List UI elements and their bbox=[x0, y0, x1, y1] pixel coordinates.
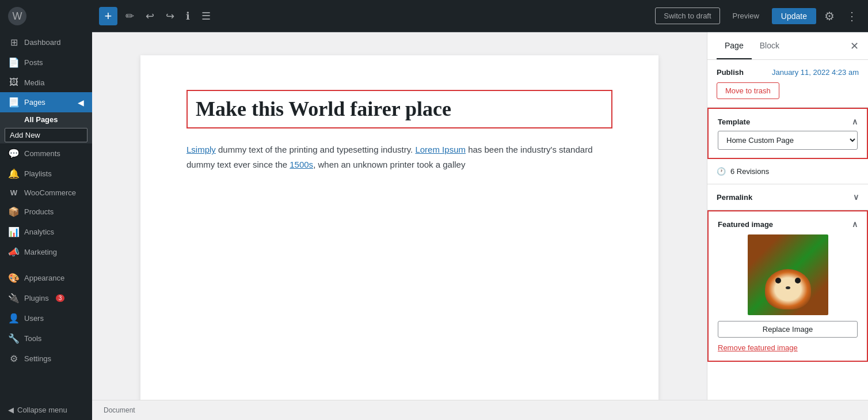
sidebar-item-label: Media bbox=[24, 78, 44, 87]
dashboard-icon: ⊞ bbox=[8, 37, 20, 48]
panda-nose bbox=[786, 286, 790, 289]
sidebar-item-woocommerce[interactable]: W WooCommerce bbox=[0, 184, 92, 202]
sidebar-item-label: Marketing bbox=[24, 248, 57, 256]
sidebar-item-settings[interactable]: ⚙ Settings bbox=[0, 349, 92, 369]
submenu-all-pages[interactable]: All Pages bbox=[0, 112, 92, 127]
media-icon: 🖼 bbox=[8, 77, 20, 88]
tab-block[interactable]: Block bbox=[752, 32, 787, 59]
document-text: Document bbox=[104, 406, 135, 414]
right-panel: Page Block ✕ Publish January 11, 2022 4:… bbox=[707, 32, 868, 400]
publish-section: Publish January 11, 2022 4:23 am Move to… bbox=[707, 60, 868, 108]
undo-button[interactable]: ↩ bbox=[142, 6, 158, 26]
sidebar-item-marketing[interactable]: 📣 Marketing bbox=[0, 242, 92, 262]
info-button[interactable]: ℹ bbox=[182, 6, 193, 26]
body-link-lsimply[interactable]: Lsimply bbox=[186, 145, 216, 154]
update-button[interactable]: Update bbox=[772, 8, 816, 24]
publish-label: Publish bbox=[717, 68, 744, 77]
switch-to-draft-button[interactable]: Switch to draft bbox=[655, 7, 719, 24]
panel-header: Page Block ✕ bbox=[707, 32, 868, 60]
sidebar-item-dashboard[interactable]: ⊞ Dashboard bbox=[0, 32, 92, 52]
preview-button[interactable]: Preview bbox=[725, 8, 767, 24]
list-view-button[interactable]: ☰ bbox=[198, 6, 214, 26]
tab-page[interactable]: Page bbox=[717, 32, 752, 59]
users-icon: 👤 bbox=[8, 313, 20, 324]
featured-image-section: Featured image ∧ Replace Image Remove fe… bbox=[707, 210, 868, 362]
page-title-block[interactable]: Make this World fairer place bbox=[186, 90, 612, 128]
playlists-icon: 🔔 bbox=[8, 168, 20, 179]
tools-icon: 🔧 bbox=[8, 333, 20, 344]
sidebar-item-media[interactable]: 🖼 Media bbox=[0, 73, 92, 92]
sidebar-item-products[interactable]: 📦 Products bbox=[0, 202, 92, 222]
sidebar-item-plugins[interactable]: 🔌 Plugins 3 bbox=[0, 288, 92, 308]
settings-gear-button[interactable]: ⚙ bbox=[821, 6, 838, 27]
revisions-label: 6 Revisions bbox=[730, 167, 769, 176]
sidebar-item-label: Tools bbox=[24, 334, 41, 343]
settings-icon: ⚙ bbox=[8, 353, 20, 364]
publish-row: Publish January 11, 2022 4:23 am bbox=[717, 68, 859, 77]
template-select[interactable]: Home Custom Page Default Template Full W… bbox=[718, 131, 858, 150]
permalink-row[interactable]: Permalink ∨ bbox=[707, 184, 868, 210]
edit-button[interactable]: ✏ bbox=[122, 6, 138, 26]
body-link-1500s[interactable]: 1500s bbox=[290, 160, 313, 169]
appearance-icon: 🎨 bbox=[8, 273, 20, 283]
plugins-icon: 🔌 bbox=[8, 293, 20, 304]
plugins-badge: 3 bbox=[56, 294, 65, 302]
template-section: Template ∧ Home Custom Page Default Temp… bbox=[707, 108, 868, 159]
sidebar-item-users[interactable]: 👤 Users bbox=[0, 308, 92, 328]
move-to-trash-button[interactable]: Move to trash bbox=[717, 82, 779, 99]
page-title: Make this World fairer place bbox=[196, 97, 603, 122]
panel-close-button[interactable]: ✕ bbox=[850, 40, 859, 52]
woocommerce-icon: W bbox=[8, 188, 20, 197]
replace-image-button[interactable]: Replace Image bbox=[718, 321, 858, 338]
content-row: Make this World fairer place Lsimply dum… bbox=[92, 32, 868, 400]
analytics-icon: 📊 bbox=[8, 226, 20, 237]
panda-eye-left bbox=[775, 278, 781, 283]
panda-eye-right bbox=[795, 278, 801, 283]
sidebar-item-label: Users bbox=[24, 314, 44, 323]
page-body[interactable]: Lsimply dummy text of the printing and t… bbox=[186, 142, 612, 172]
collapse-menu[interactable]: ◀ Collapse menu bbox=[0, 400, 92, 420]
comments-icon: 💬 bbox=[8, 148, 20, 159]
sidebar-item-pages[interactable]: 📃 Pages ◀ bbox=[0, 92, 92, 112]
sidebar-item-comments[interactable]: 💬 Comments bbox=[0, 143, 92, 164]
remove-featured-image-button[interactable]: Remove featured image bbox=[718, 343, 798, 352]
revisions-row[interactable]: 🕐 6 Revisions bbox=[707, 159, 868, 184]
panda-face bbox=[765, 269, 811, 309]
sidebar-item-label: Settings bbox=[24, 354, 51, 363]
sidebar-item-label: Pages bbox=[24, 98, 45, 107]
permalink-label: Permalink bbox=[717, 193, 752, 202]
editor-area[interactable]: Make this World fairer place Lsimply dum… bbox=[92, 32, 707, 400]
sidebar-item-label: Plugins bbox=[24, 294, 49, 302]
sidebar-item-label: WooCommerce bbox=[24, 188, 76, 197]
featured-image-header: Featured image ∧ bbox=[718, 220, 858, 229]
collapse-label: Collapse menu bbox=[17, 406, 67, 414]
featured-image[interactable] bbox=[748, 234, 828, 315]
toolbar: + ✏ ↩ ↪ ℹ ☰ Switch to draft Preview Upda… bbox=[92, 0, 868, 32]
sidebar-item-label: Analytics bbox=[24, 228, 54, 236]
add-block-button[interactable]: + bbox=[99, 7, 117, 25]
sidebar-item-playlists[interactable]: 🔔 Playlists bbox=[0, 164, 92, 184]
document-label: Document bbox=[92, 400, 868, 420]
template-header: Template ∧ bbox=[718, 117, 858, 126]
sidebar-item-appearance[interactable]: 🎨 Appearance bbox=[0, 268, 92, 288]
template-label: Template bbox=[718, 118, 750, 126]
sidebar-item-label: Appearance bbox=[24, 274, 64, 282]
editor-page: Make this World fairer place Lsimply dum… bbox=[140, 55, 658, 400]
pages-icon: 📃 bbox=[8, 97, 20, 108]
redo-button[interactable]: ↪ bbox=[162, 6, 178, 26]
sidebar-item-tools[interactable]: 🔧 Tools bbox=[0, 328, 92, 349]
revisions-clock-icon: 🕐 bbox=[717, 167, 726, 176]
sidebar-item-posts[interactable]: 📄 Posts bbox=[0, 52, 92, 73]
publish-date[interactable]: January 11, 2022 4:23 am bbox=[772, 68, 859, 77]
sidebar-item-label: Posts bbox=[24, 58, 43, 67]
more-options-button[interactable]: ⋮ bbox=[843, 6, 861, 27]
toolbar-right: Switch to draft Preview Update ⚙ ⋮ bbox=[655, 6, 861, 27]
sidebar-logo: W bbox=[0, 0, 92, 32]
posts-icon: 📄 bbox=[8, 57, 20, 68]
pages-submenu: All Pages Add New bbox=[0, 112, 92, 143]
permalink-chevron-icon: ∨ bbox=[853, 192, 859, 202]
body-link-lorem-ipsum[interactable]: Lorem Ipsum bbox=[415, 145, 466, 154]
featured-image-label: Featured image bbox=[718, 220, 773, 229]
submenu-add-new[interactable]: Add New bbox=[5, 128, 87, 142]
sidebar-item-analytics[interactable]: 📊 Analytics bbox=[0, 222, 92, 242]
